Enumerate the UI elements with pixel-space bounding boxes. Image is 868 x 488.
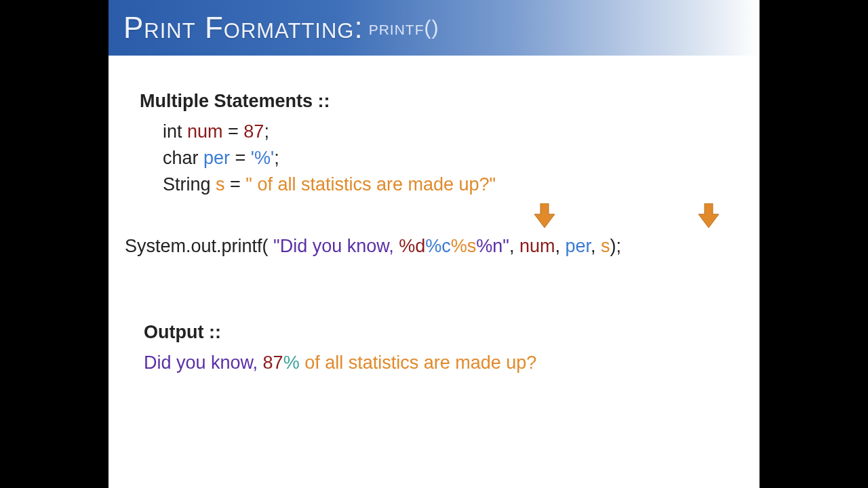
arrow-down-icon <box>698 203 719 228</box>
comma: , <box>591 236 601 256</box>
title-bar: Print Formatting: printf() <box>108 0 760 56</box>
val-string: " of all statistics are made up?" <box>245 174 496 195</box>
decl-line-2: char per = '%'; <box>163 145 739 171</box>
fmt-n: %n <box>476 236 502 256</box>
paren-close: ); <box>610 236 622 256</box>
title-main: Print Formatting: <box>123 11 363 45</box>
fmt-s: %s <box>451 236 477 256</box>
kw-char: char <box>163 148 203 168</box>
var-num: num <box>187 121 223 142</box>
slide: Print Formatting: printf() Multiple Stat… <box>108 0 760 488</box>
semi: ; <box>264 121 269 142</box>
eq: = <box>223 121 244 142</box>
val-87: 87 <box>243 121 264 142</box>
fmt-d: %d <box>399 236 425 256</box>
quote-close: " <box>502 236 509 256</box>
arrow-down-icon <box>534 203 555 228</box>
kw-int: int <box>163 121 187 142</box>
var-per: per <box>203 148 230 168</box>
output-line: Did you know, 87% of all statistics are … <box>144 352 739 373</box>
decl-line-3: String s = " of all statistics are made … <box>163 171 739 198</box>
content: Multiple Statements :: int num = 87; cha… <box>108 56 760 373</box>
out-pct: % <box>283 352 300 373</box>
out-rest: of all statistics are made up? <box>300 352 537 373</box>
fmt-did: Did you know, <box>280 236 399 256</box>
var-s: s <box>216 174 225 195</box>
arg-s: s <box>601 236 610 256</box>
val-percent: '%' <box>251 148 274 168</box>
out-did: Did you know, <box>144 352 263 373</box>
comma: , <box>509 236 519 256</box>
fmt-c: %c <box>425 236 451 256</box>
section-heading: Multiple Statements :: <box>140 91 739 112</box>
decl-line-1: int num = 87; <box>163 119 739 145</box>
eq: = <box>225 174 246 195</box>
title-sub: printf() <box>369 16 439 39</box>
eq: = <box>230 148 251 168</box>
printf-call: System.out.printf( <box>125 236 273 256</box>
output-heading: Output :: <box>144 322 739 343</box>
comma: , <box>555 236 566 256</box>
printf-line: System.out.printf( "Did you know, %d%c%s… <box>125 236 739 257</box>
arg-per: per <box>566 236 591 256</box>
arg-num: num <box>519 236 555 256</box>
code-declarations: int num = 87; char per = '%'; String s =… <box>140 119 739 198</box>
kw-string: String <box>163 174 216 195</box>
quote-open: " <box>273 236 280 256</box>
semi: ; <box>274 148 279 168</box>
out-num: 87 <box>263 352 283 373</box>
